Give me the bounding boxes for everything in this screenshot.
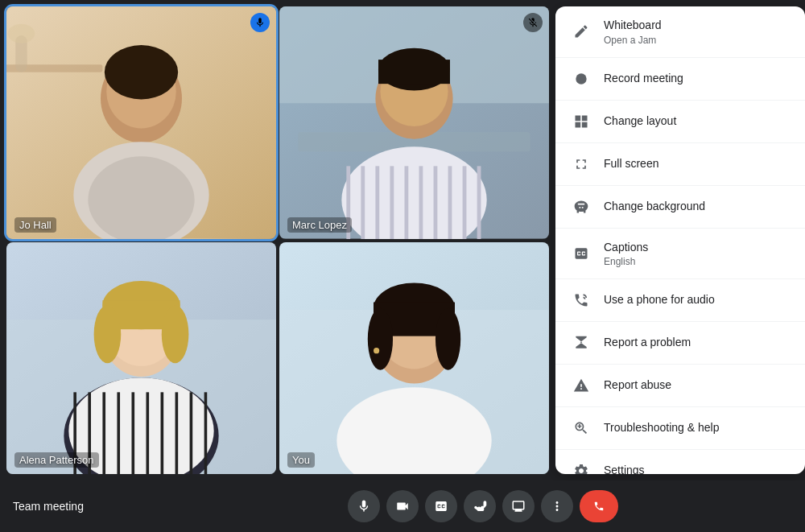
svg-point-3	[8, 24, 35, 43]
menu-text-report-abuse: Report abuse	[604, 377, 789, 394]
warning-icon	[572, 376, 591, 395]
svg-rect-19	[375, 166, 379, 238]
menu-sublabel-whiteboard: Open a Jam	[604, 35, 789, 46]
menu-text-phone-audio: Use a phone for audio	[604, 292, 789, 308]
menu-label-record: Record meeting	[604, 71, 789, 87]
menu-text-record: Record meeting	[604, 71, 789, 87]
svg-rect-24	[448, 166, 452, 238]
menu-item-settings[interactable]: Settings	[555, 450, 805, 474]
video-grid: Jo Hall	[0, 0, 555, 480]
svg-rect-25	[463, 166, 467, 238]
menu-label-phone-audio: Use a phone for audio	[604, 292, 789, 308]
muted-mic-badge	[523, 13, 543, 32]
svg-rect-39	[190, 392, 193, 474]
camera-button[interactable]	[386, 490, 419, 522]
participant-name-jo-hall: Jo Hall	[14, 217, 56, 233]
menu-item-troubleshooting[interactable]: Troubleshooting & help	[555, 407, 805, 450]
menu-label-fullscreen: Full screen	[604, 156, 789, 172]
svg-point-46	[162, 305, 189, 363]
more-options-button[interactable]	[541, 490, 573, 522]
menu-label-troubleshooting: Troubleshooting & help	[604, 420, 789, 436]
svg-point-45	[94, 305, 122, 363]
participant-name-you: You	[287, 452, 315, 468]
menu-text-captions: Captions English	[604, 240, 789, 268]
end-call-button[interactable]	[580, 490, 618, 522]
menu-text-settings: Settings	[604, 463, 789, 474]
menu-item-whiteboard[interactable]: Whiteboard Open a Jam	[555, 6, 805, 58]
menu-text-whiteboard: Whiteboard Open a Jam	[604, 18, 789, 46]
participant-name-marc-lopez: Marc Lopez	[287, 217, 352, 233]
context-menu-panel: Whiteboard Open a Jam Record meeting Cha	[555, 6, 805, 474]
menu-item-report-abuse[interactable]: Report abuse	[555, 365, 805, 407]
menu-label-report-abuse: Report abuse	[604, 377, 789, 394]
menu-sublabel-captions: English	[604, 256, 789, 267]
svg-rect-40	[204, 392, 208, 474]
captions-button[interactable]	[425, 490, 457, 522]
svg-rect-23	[434, 166, 438, 238]
svg-rect-37	[161, 392, 164, 474]
bottom-bar: Team meeting	[0, 480, 805, 532]
menu-label-layout: Change layout	[604, 113, 789, 130]
svg-point-6	[105, 45, 178, 99]
svg-rect-38	[175, 392, 179, 474]
svg-point-55	[436, 307, 460, 369]
menu-label-captions: Captions	[604, 240, 789, 256]
video-tile-jo-hall: Jo Hall	[6, 6, 276, 239]
present-button[interactable]	[502, 490, 535, 522]
cc-icon	[572, 244, 591, 263]
menu-text-background: Change background	[604, 199, 789, 215]
menu-item-layout[interactable]: Change layout	[555, 101, 805, 143]
menu-label-whiteboard: Whiteboard	[604, 18, 789, 34]
svg-rect-21	[404, 166, 408, 238]
svg-point-57	[576, 73, 586, 84]
record-icon	[572, 69, 591, 89]
video-tile-you: You	[279, 242, 549, 475]
phone-audio-icon	[572, 291, 591, 310]
controls-bar	[348, 490, 618, 522]
menu-label-report-problem: Report a problem	[604, 335, 789, 351]
flag-icon	[572, 333, 591, 353]
pencil-icon	[572, 22, 591, 41]
active-mic-badge	[250, 13, 270, 32]
fullscreen-icon	[572, 155, 591, 174]
svg-rect-20	[390, 166, 394, 238]
svg-rect-36	[147, 392, 150, 474]
menu-label-settings: Settings	[604, 463, 789, 474]
raise-hand-button[interactable]	[464, 490, 496, 522]
menu-text-report-problem: Report a problem	[604, 335, 789, 351]
layout-icon	[572, 112, 591, 131]
microphone-button[interactable]	[348, 490, 380, 522]
svg-rect-35	[131, 392, 134, 474]
menu-item-record[interactable]: Record meeting	[555, 58, 805, 101]
svg-rect-34	[117, 392, 120, 474]
gear-icon	[572, 461, 591, 474]
svg-point-54	[368, 307, 393, 369]
participant-name-alena-patterson: Alena Patterson	[14, 452, 99, 468]
svg-point-56	[374, 348, 379, 353]
svg-rect-15	[378, 60, 450, 84]
menu-text-troubleshooting: Troubleshooting & help	[604, 420, 789, 436]
svg-rect-22	[419, 166, 423, 238]
menu-label-background: Change background	[604, 199, 789, 215]
svg-rect-26	[477, 166, 481, 238]
video-tile-alena-patterson: Alena Patterson	[6, 242, 276, 475]
video-tile-marc-lopez: Marc Lopez	[279, 6, 549, 239]
menu-item-background[interactable]: Change background	[555, 186, 805, 229]
help-icon	[572, 419, 591, 438]
menu-text-layout: Change layout	[604, 113, 789, 130]
menu-text-fullscreen: Full screen	[604, 156, 789, 172]
menu-item-fullscreen[interactable]: Full screen	[555, 143, 805, 186]
main-area: Jo Hall	[0, 0, 805, 480]
meeting-title: Team meeting	[13, 500, 174, 513]
svg-rect-18	[361, 166, 365, 238]
menu-item-phone-audio[interactable]: Use a phone for audio	[555, 279, 805, 322]
menu-item-captions[interactable]: Captions English	[555, 229, 805, 280]
menu-item-report-problem[interactable]: Report a problem	[555, 322, 805, 365]
background-icon	[572, 197, 591, 217]
svg-rect-33	[102, 392, 105, 474]
